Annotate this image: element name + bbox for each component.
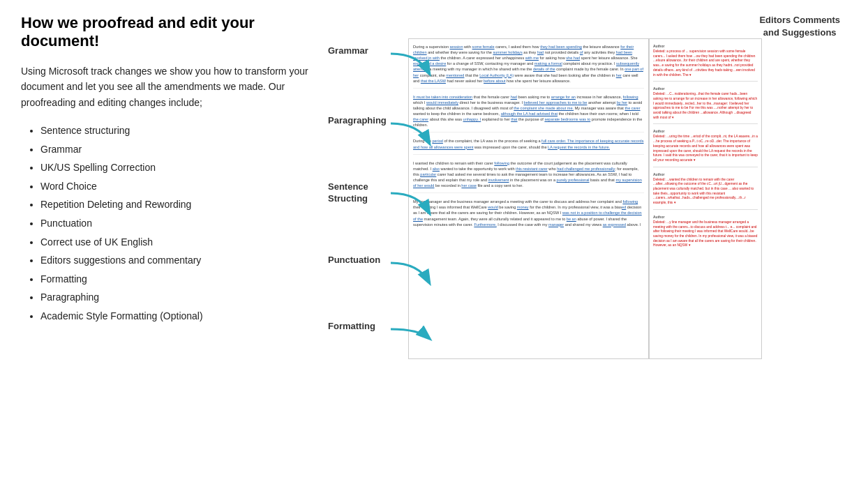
comment-block-3: Author Deleted: ...uring the time ...eri…	[653, 129, 758, 167]
comment-block-2: Author Deleted: ...C...nsiderationtng...…	[653, 86, 758, 124]
list-item: Editors suggestions and commentary	[40, 251, 314, 270]
editors-comments-label: Editors Comments and Suggestions	[759, 14, 840, 39]
list-item: Sentence structuring	[40, 121, 314, 140]
left-panel: How we proofread and edit your document!…	[21, 14, 314, 359]
doc-paragraph-2: It must be taken into consideration that…	[413, 94, 644, 133]
paragraphing-label: Paragraphing	[328, 115, 387, 126]
comment-block-4: Author Deleted: ...wanted the children t…	[653, 172, 758, 210]
right-panel: Editors Comments and Suggestions Grammar…	[328, 14, 847, 359]
punctuation-label: Punctuation	[328, 255, 380, 265]
list-item: Grammar	[40, 140, 314, 159]
list-item: Formatting	[40, 270, 314, 289]
doc-paragraph-5: My line manager and the business manager…	[413, 199, 644, 227]
list-item: Academic Style Formatting (Optional)	[40, 307, 314, 326]
list-item: Repetition Deleting and Rewording	[40, 195, 314, 214]
grammar-label: Grammar	[328, 45, 368, 56]
list-item: Paragraphing	[40, 288, 314, 307]
list-item: Punctuation	[40, 214, 314, 233]
comment-block-1: Author Deleted: a process of ... supervi…	[653, 44, 758, 82]
list-item: Word Choice	[40, 177, 314, 196]
formatting-label: Formatting	[328, 321, 375, 331]
doc-paragraph-1: During a supervision session with some f…	[413, 44, 644, 89]
bullet-list: Sentence structuring Grammar UK/US Spell…	[21, 121, 314, 326]
intro-text: Using Microsoft track changes we show yo…	[21, 63, 314, 110]
list-item: Correct use of UK English	[40, 233, 314, 252]
doc-paragraph-3: During the period of the complaint, the …	[413, 138, 644, 154]
label-column: Grammar Paragraphing Sentence Structing …	[328, 38, 408, 359]
list-item: UK/US Spelling Correction	[40, 158, 314, 177]
doc-paragraph-4: I wanted the children to remain with the…	[413, 160, 644, 194]
comment-block-5: Author Deleted: ...y line manager and th…	[653, 215, 758, 248]
sentence-structuring-label: Sentence Structing	[328, 181, 368, 205]
page-title: How we proofread and edit your document!	[21, 14, 314, 51]
document-sidebar: Author Deleted: a process of ... supervi…	[649, 38, 762, 359]
document-main: During a supervision session with some f…	[408, 38, 649, 359]
